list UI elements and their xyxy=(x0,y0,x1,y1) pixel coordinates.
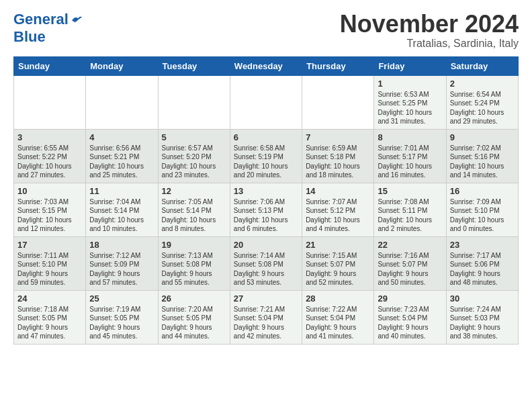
day-number: 19 xyxy=(162,240,226,250)
table-row: 18Sunrise: 7:12 AM Sunset: 5:09 PM Dayli… xyxy=(86,236,158,290)
table-row: 25Sunrise: 7:19 AM Sunset: 5:05 PM Dayli… xyxy=(86,290,158,344)
table-row: 9Sunrise: 7:02 AM Sunset: 5:16 PM Daylig… xyxy=(446,129,518,183)
logo: General Blue xyxy=(13,11,82,46)
day-number: 4 xyxy=(89,132,154,142)
day-number: 12 xyxy=(162,186,226,196)
day-info: Sunrise: 7:04 AM Sunset: 5:14 PM Dayligh… xyxy=(89,197,154,234)
table-row: 27Sunrise: 7:21 AM Sunset: 5:04 PM Dayli… xyxy=(230,290,302,344)
day-info: Sunrise: 6:59 AM Sunset: 5:18 PM Dayligh… xyxy=(306,144,370,180)
table-row: 4Sunrise: 6:56 AM Sunset: 5:21 PM Daylig… xyxy=(86,129,158,183)
day-number: 15 xyxy=(378,186,442,196)
table-row xyxy=(14,75,86,129)
day-number: 29 xyxy=(378,293,442,304)
day-number: 23 xyxy=(450,240,515,250)
day-number: 2 xyxy=(450,79,515,89)
day-info: Sunrise: 7:01 AM Sunset: 5:17 PM Dayligh… xyxy=(378,144,442,180)
calendar-row: 3Sunrise: 6:55 AM Sunset: 5:22 PM Daylig… xyxy=(14,129,519,183)
col-sunday: Sunday xyxy=(14,56,86,75)
day-number: 1 xyxy=(378,79,442,89)
day-number: 11 xyxy=(89,186,154,196)
calendar-row: 1Sunrise: 6:53 AM Sunset: 5:25 PM Daylig… xyxy=(14,75,519,129)
table-row xyxy=(86,75,158,129)
calendar-row: 17Sunrise: 7:11 AM Sunset: 5:10 PM Dayli… xyxy=(14,236,519,290)
day-info: Sunrise: 7:03 AM Sunset: 5:15 PM Dayligh… xyxy=(17,197,82,234)
page: General Blue November 2024 Tratalias, Sa… xyxy=(0,0,532,358)
table-row: 24Sunrise: 7:18 AM Sunset: 5:05 PM Dayli… xyxy=(14,290,86,344)
day-info: Sunrise: 7:17 AM Sunset: 5:06 PM Dayligh… xyxy=(450,251,515,287)
table-row: 3Sunrise: 6:55 AM Sunset: 5:22 PM Daylig… xyxy=(14,129,86,183)
table-row: 5Sunrise: 6:57 AM Sunset: 5:20 PM Daylig… xyxy=(158,129,230,183)
day-info: Sunrise: 7:19 AM Sunset: 5:05 PM Dayligh… xyxy=(89,305,154,341)
day-info: Sunrise: 7:20 AM Sunset: 5:05 PM Dayligh… xyxy=(162,305,226,341)
table-row: 10Sunrise: 7:03 AM Sunset: 5:15 PM Dayli… xyxy=(14,183,86,236)
day-info: Sunrise: 6:56 AM Sunset: 5:21 PM Dayligh… xyxy=(89,144,154,180)
logo-bird-icon xyxy=(70,15,82,24)
table-row: 28Sunrise: 7:22 AM Sunset: 5:04 PM Dayli… xyxy=(302,290,374,344)
day-number: 22 xyxy=(378,240,442,250)
day-number: 28 xyxy=(306,293,370,304)
table-row: 8Sunrise: 7:01 AM Sunset: 5:17 PM Daylig… xyxy=(374,129,446,183)
table-row: 29Sunrise: 7:23 AM Sunset: 5:04 PM Dayli… xyxy=(374,290,446,344)
day-number: 9 xyxy=(450,132,515,142)
day-info: Sunrise: 7:24 AM Sunset: 5:03 PM Dayligh… xyxy=(450,305,515,341)
day-info: Sunrise: 6:58 AM Sunset: 5:19 PM Dayligh… xyxy=(234,144,298,180)
day-info: Sunrise: 7:16 AM Sunset: 5:07 PM Dayligh… xyxy=(378,251,442,287)
col-thursday: Thursday xyxy=(302,56,374,75)
table-row xyxy=(302,75,374,129)
day-info: Sunrise: 7:07 AM Sunset: 5:12 PM Dayligh… xyxy=(306,197,370,234)
table-row: 19Sunrise: 7:13 AM Sunset: 5:08 PM Dayli… xyxy=(158,236,230,290)
table-row: 14Sunrise: 7:07 AM Sunset: 5:12 PM Dayli… xyxy=(302,183,374,236)
day-number: 16 xyxy=(450,186,515,196)
day-info: Sunrise: 7:15 AM Sunset: 5:07 PM Dayligh… xyxy=(306,251,370,287)
col-wednesday: Wednesday xyxy=(230,56,302,75)
day-info: Sunrise: 7:18 AM Sunset: 5:05 PM Dayligh… xyxy=(17,305,82,341)
day-info: Sunrise: 7:05 AM Sunset: 5:14 PM Dayligh… xyxy=(162,197,226,234)
day-info: Sunrise: 7:23 AM Sunset: 5:04 PM Dayligh… xyxy=(378,305,442,341)
day-number: 5 xyxy=(162,132,226,142)
header: General Blue November 2024 Tratalias, Sa… xyxy=(13,11,519,50)
table-row: 1Sunrise: 6:53 AM Sunset: 5:25 PM Daylig… xyxy=(374,75,446,129)
day-number: 27 xyxy=(234,293,298,304)
table-row: 7Sunrise: 6:59 AM Sunset: 5:18 PM Daylig… xyxy=(302,129,374,183)
location: Tratalias, Sardinia, Italy xyxy=(340,38,519,50)
table-row: 11Sunrise: 7:04 AM Sunset: 5:14 PM Dayli… xyxy=(86,183,158,236)
day-info: Sunrise: 6:55 AM Sunset: 5:22 PM Dayligh… xyxy=(17,144,82,180)
table-row: 23Sunrise: 7:17 AM Sunset: 5:06 PM Dayli… xyxy=(446,236,518,290)
table-row: 6Sunrise: 6:58 AM Sunset: 5:19 PM Daylig… xyxy=(230,129,302,183)
day-info: Sunrise: 7:11 AM Sunset: 5:10 PM Dayligh… xyxy=(17,251,82,287)
col-monday: Monday xyxy=(86,56,158,75)
day-number: 25 xyxy=(89,293,154,304)
table-row xyxy=(230,75,302,129)
title-block: November 2024 Tratalias, Sardinia, Italy xyxy=(340,11,519,50)
day-number: 26 xyxy=(162,293,226,304)
day-info: Sunrise: 7:22 AM Sunset: 5:04 PM Dayligh… xyxy=(306,305,370,341)
col-saturday: Saturday xyxy=(446,56,518,75)
day-number: 10 xyxy=(17,186,82,196)
table-row: 16Sunrise: 7:09 AM Sunset: 5:10 PM Dayli… xyxy=(446,183,518,236)
col-friday: Friday xyxy=(374,56,446,75)
day-info: Sunrise: 6:53 AM Sunset: 5:25 PM Dayligh… xyxy=(378,90,442,126)
day-number: 20 xyxy=(234,240,298,250)
calendar-row: 10Sunrise: 7:03 AM Sunset: 5:15 PM Dayli… xyxy=(14,183,519,236)
day-info: Sunrise: 7:02 AM Sunset: 5:16 PM Dayligh… xyxy=(450,144,515,180)
logo-blue: Blue xyxy=(13,28,46,45)
day-number: 18 xyxy=(89,240,154,250)
day-info: Sunrise: 7:13 AM Sunset: 5:08 PM Dayligh… xyxy=(162,251,226,287)
calendar-table: Sunday Monday Tuesday Wednesday Thursday… xyxy=(13,56,519,345)
day-info: Sunrise: 7:06 AM Sunset: 5:13 PM Dayligh… xyxy=(234,197,298,234)
day-info: Sunrise: 7:09 AM Sunset: 5:10 PM Dayligh… xyxy=(450,197,515,234)
day-number: 7 xyxy=(306,132,370,142)
day-number: 30 xyxy=(450,293,515,304)
table-row: 21Sunrise: 7:15 AM Sunset: 5:07 PM Dayli… xyxy=(302,236,374,290)
day-number: 24 xyxy=(17,293,82,304)
day-number: 13 xyxy=(234,186,298,196)
table-row xyxy=(158,75,230,129)
day-number: 17 xyxy=(17,240,82,250)
table-row: 13Sunrise: 7:06 AM Sunset: 5:13 PM Dayli… xyxy=(230,183,302,236)
day-info: Sunrise: 7:21 AM Sunset: 5:04 PM Dayligh… xyxy=(234,305,298,341)
table-row: 15Sunrise: 7:08 AM Sunset: 5:11 PM Dayli… xyxy=(374,183,446,236)
table-row: 2Sunrise: 6:54 AM Sunset: 5:24 PM Daylig… xyxy=(446,75,518,129)
day-number: 3 xyxy=(17,132,82,142)
day-info: Sunrise: 7:14 AM Sunset: 5:08 PM Dayligh… xyxy=(234,251,298,287)
table-row: 12Sunrise: 7:05 AM Sunset: 5:14 PM Dayli… xyxy=(158,183,230,236)
